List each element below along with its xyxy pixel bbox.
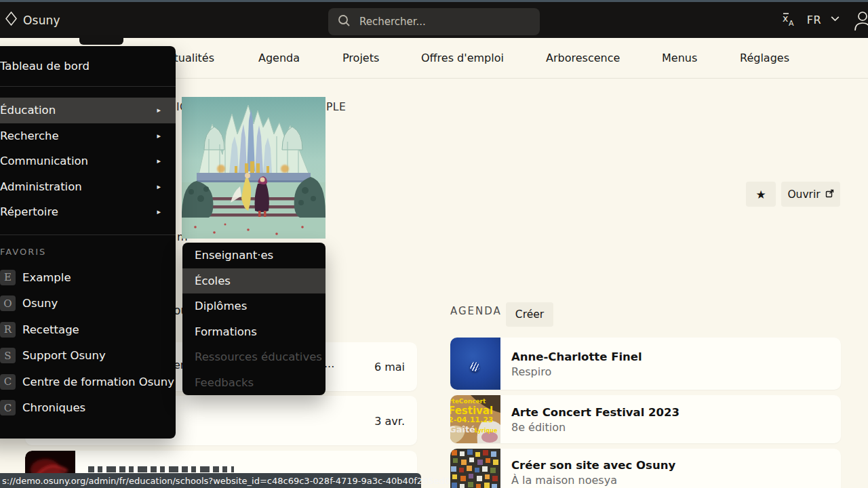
tab-offres-emploi[interactable]: Offres d'emploi xyxy=(421,52,504,64)
menu-item-recherche[interactable]: Recherche ▸ xyxy=(0,123,176,149)
svg-text:rteConcert: rteConcert xyxy=(450,398,486,405)
favorite-item-example[interactable]: E Example xyxy=(0,264,176,291)
favorite-star-button[interactable]: ★ xyxy=(746,182,776,207)
translate-icon: x A xyxy=(780,10,797,30)
submenu-arrow-icon: ▸ xyxy=(157,182,161,191)
top-accent-line xyxy=(0,0,868,2)
navbar-right-cluster: x A FR xyxy=(780,2,868,38)
search-bar[interactable] xyxy=(328,8,540,35)
site-avatar: R xyxy=(0,322,16,338)
brand-name: Osuny xyxy=(23,14,60,27)
submenu-item-ressources-educatives: Ressources éducatives xyxy=(182,344,326,370)
agenda-event-card[interactable]: Anne-Charlotte Finel Respiro xyxy=(450,338,841,390)
language-code: FR xyxy=(807,14,821,26)
menu-item-administration[interactable]: Administration ▸ xyxy=(0,174,176,200)
favorite-item-support-osuny[interactable]: S Support Osuny xyxy=(0,343,176,369)
post-date: 6 mai xyxy=(374,361,405,373)
education-submenu: Enseignant·es Écoles Diplômes Formations… xyxy=(182,243,326,395)
diamond-logo-icon xyxy=(5,12,17,28)
open-site-label: Ouvrir xyxy=(787,188,820,201)
event-thumbnail-collage xyxy=(450,449,500,488)
post-date: 3 avr. xyxy=(374,414,405,427)
open-site-button[interactable]: Ouvrir xyxy=(781,182,840,207)
link-preview-url: s://demo.osuny.org/admin/fr/education/sc… xyxy=(2,476,450,486)
brand-logo[interactable]: Osuny xyxy=(5,2,60,38)
agenda-event-card[interactable]: Créer son site avec Osuny À la maison no… xyxy=(450,449,841,488)
star-icon: ★ xyxy=(755,188,766,201)
event-thumbnail-blue xyxy=(450,338,500,390)
favorite-item-centre-de-formation[interactable]: C Centre de formation Osuny xyxy=(0,369,176,395)
site-avatar: C xyxy=(0,400,16,415)
active-menu-tab-notch xyxy=(79,38,123,45)
submenu-item-ecoles[interactable]: Écoles xyxy=(182,268,326,294)
page-title-fragment-right: PLE xyxy=(326,101,346,113)
person-icon xyxy=(850,2,868,38)
menu-divider xyxy=(0,235,176,235)
top-navbar: Osuny x A FR xyxy=(0,2,868,38)
osuny-admin-window: Osuny x A FR xyxy=(0,0,868,488)
svg-text:Gaîté: Gaîté xyxy=(450,424,475,434)
submenu-item-diplomes[interactable]: Diplômes xyxy=(182,293,326,319)
external-link-icon xyxy=(825,188,834,201)
event-title: Arte Concert Festival 2023 xyxy=(511,405,679,418)
tab-projets[interactable]: Projets xyxy=(342,52,379,64)
event-subtitle: Respiro xyxy=(511,365,642,378)
user-account-button[interactable] xyxy=(850,2,868,38)
site-avatar: O xyxy=(0,296,16,311)
search-input[interactable] xyxy=(359,16,530,28)
language-switcher[interactable]: FR xyxy=(807,13,841,27)
chevron-down-icon xyxy=(829,13,841,27)
agenda-heading: AGENDA xyxy=(450,305,502,317)
link-preview-statusbar: s://demo.osuny.org/admin/fr/education/sc… xyxy=(0,473,421,488)
main-dropdown-menu: Tableau de bord Éducation ▸ Recherche ▸ … xyxy=(0,46,176,439)
favorites-heading: FAVORIS xyxy=(0,247,46,257)
event-thumbnail-poster: rteConcert Festival 2-04.11.23 Gaîté Lyr… xyxy=(450,395,500,443)
tab-menus[interactable]: Menus xyxy=(662,52,697,64)
clipped-title-text xyxy=(88,466,234,472)
post-title-ellipsis: ... xyxy=(324,357,334,370)
event-title: Anne-Charlotte Finel xyxy=(511,350,642,363)
site-avatar: S xyxy=(0,348,16,363)
menu-item-education[interactable]: Éducation ▸ xyxy=(0,98,176,123)
submenu-item-formations[interactable]: Formations xyxy=(182,319,326,345)
site-avatar: E xyxy=(0,270,16,285)
menu-divider xyxy=(0,86,176,87)
favorite-item-recettage[interactable]: R Recettage xyxy=(0,317,176,343)
svg-text:x: x xyxy=(783,13,788,24)
svg-text:Lyrique: Lyrique xyxy=(475,428,498,434)
submenu-arrow-icon: ▸ xyxy=(157,131,161,140)
submenu-arrow-icon: ▸ xyxy=(157,207,161,216)
svg-text:2-04.11.23: 2-04.11.23 xyxy=(450,415,494,424)
event-subtitle: 8e édition xyxy=(511,420,679,433)
submenu-arrow-icon: ▸ xyxy=(157,106,161,115)
submenu-item-feedbacks: Feedbacks xyxy=(182,370,326,396)
submenu-item-enseignants[interactable]: Enseignant·es xyxy=(182,243,326,268)
menu-item-tableau-de-bord[interactable]: Tableau de bord xyxy=(0,46,176,86)
menu-item-communication[interactable]: Communication ▸ xyxy=(0,148,176,174)
tab-reglages[interactable]: Réglages xyxy=(740,52,789,64)
tab-agenda[interactable]: Agenda xyxy=(258,52,300,64)
agenda-create-button[interactable]: Créer xyxy=(506,302,553,327)
submenu-arrow-icon: ▸ xyxy=(157,157,161,165)
event-title: Créer son site avec Osuny xyxy=(511,459,675,472)
favorite-item-chroniques[interactable]: C Chroniques xyxy=(0,395,176,422)
favorite-item-osuny[interactable]: O Osuny xyxy=(0,291,176,317)
site-preview-image xyxy=(182,97,326,239)
site-avatar: C xyxy=(0,374,16,390)
svg-text:A: A xyxy=(789,19,794,28)
agenda-event-card[interactable]: rteConcert Festival 2-04.11.23 Gaîté Lyr… xyxy=(450,395,841,443)
tab-arborescence[interactable]: Arborescence xyxy=(546,52,620,64)
search-icon xyxy=(338,14,351,30)
event-subtitle: À la maison noesya xyxy=(511,474,675,487)
menu-item-repertoire[interactable]: Répertoire ▸ xyxy=(0,199,176,225)
